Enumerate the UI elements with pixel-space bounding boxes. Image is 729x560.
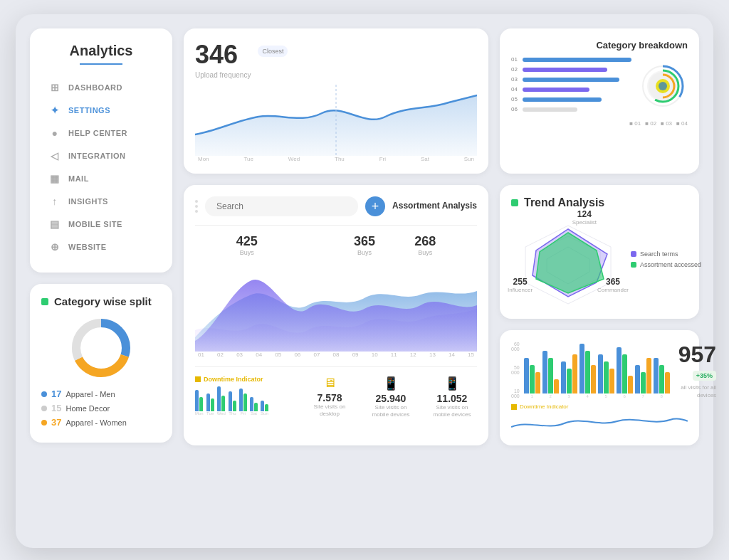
- breakdown-content: 01 02 03 04: [511, 56, 688, 116]
- sidebar-item-settings[interactable]: ✦ SETTINGS: [41, 99, 161, 122]
- dashboard-grid: Analytics ⊞ DASHBOARD✦ SETTINGS● HELP CE…: [30, 28, 699, 445]
- sidebar-item-label: SETTINGS: [68, 106, 110, 115]
- donut-small: [638, 61, 688, 111]
- bar-row: 03: [511, 76, 632, 83]
- donut-chart: [69, 316, 133, 380]
- line-chart-card: 346 Upload frequency Closest MonTueWedTh…: [184, 28, 488, 174]
- category-split-label: Category wise split: [54, 295, 152, 307]
- trend-content: 124 Specialist 255 Influencer 365 Comman…: [511, 215, 688, 307]
- stats-row: Downtime Indicator Mon: [195, 366, 477, 419]
- search-input[interactable]: [205, 196, 358, 216]
- settings-icon: ✦: [48, 105, 61, 116]
- line-chart-x-labels: MonTueWedThuFriSatSun: [195, 156, 477, 162]
- breakdown-bars: 01 02 03 04: [511, 56, 632, 116]
- stat-mobile1: 📱 25.940 Site visits on mobile devices: [366, 376, 416, 419]
- breakdown-legend: ■ 01 ■ 02 ■ 03 ■ 04: [511, 120, 688, 127]
- stat-desktop: 🖥 7.578 Site visits on desktop: [305, 376, 355, 418]
- category-split-card: Category wise split 17 Apparel - Men: [30, 284, 172, 443]
- area-chart: [195, 259, 477, 352]
- line-chart-svg: [195, 85, 477, 156]
- category-breakdown-card: Category breakdown 01 02 03: [500, 28, 699, 174]
- area-chart-svg: [195, 259, 477, 352]
- sidebar-item-label: MAIL: [68, 174, 89, 183]
- sidebar-item-dashboard[interactable]: ⊞ DASHBOARD: [41, 76, 161, 99]
- search-divider: [195, 225, 477, 226]
- sidebar-item-website[interactable]: ⊕ WEBSITE: [41, 236, 161, 258]
- assortment-card: + Assortment Analysis 425 Buys 365 Buys …: [184, 185, 488, 445]
- sidebar-divider: [80, 63, 122, 65]
- trend-analysis-card: Trend Analysis 124 Specialist 255 Influe…: [500, 185, 699, 319]
- donut-container: [41, 316, 161, 380]
- sidebar-item-mail[interactable]: ▦ MAIL: [41, 167, 161, 190]
- bar-row: 01: [511, 56, 632, 63]
- help-icon: ●: [48, 127, 61, 139]
- bar-chart-card: 60 000 50 000 10 000: [500, 330, 699, 445]
- radar-chart-wrap: 124 Specialist 255 Influencer 365 Comman…: [511, 215, 625, 307]
- legend-search-terms: Search terms: [631, 250, 702, 258]
- sidebar-item-insights[interactable]: ↑ INSIGHTS: [41, 190, 161, 213]
- bar-card-content: 60 000 50 000 10 000: [511, 342, 688, 399]
- bar-row: 06: [511, 106, 632, 112]
- mail-icon: ▦: [48, 173, 61, 184]
- bar-row: 02: [511, 66, 632, 73]
- area-x-labels: 010203040506 070809101112 131415: [195, 352, 477, 358]
- radar-svg: [511, 215, 625, 307]
- legend-item: 15 Home Decor: [41, 403, 161, 413]
- category-dot: [41, 298, 48, 305]
- sidebar-item-label: INTEGRATION: [68, 152, 125, 160]
- mini-wave-chart: [511, 413, 688, 434]
- legend-assortment-accessed: Assortment accessed: [631, 261, 702, 268]
- breakdown-title: Category breakdown: [511, 40, 688, 51]
- legend-item: 37 Apparel - Women: [41, 417, 161, 428]
- category-legend: 17 Apparel - Men 15 Home Decor 37 Appare…: [41, 389, 161, 428]
- assortment-title: Assortment Analysis: [392, 201, 477, 212]
- category-split-title: Category wise split: [41, 295, 161, 307]
- mini-bar-chart: Mon Tue: [195, 387, 293, 416]
- drag-handle: [195, 200, 198, 213]
- sidebar-item-mobile[interactable]: ▤ MOBILE SITE: [41, 213, 161, 236]
- bar-row: 04: [511, 86, 632, 93]
- dashboard-icon: ⊞: [48, 82, 61, 93]
- sidebar: Analytics ⊞ DASHBOARD✦ SETTINGS● HELP CE…: [30, 28, 172, 445]
- sidebar-item-label: DASHBOARD: [68, 83, 122, 92]
- big-stat: 957 +35% all visits for all devices: [678, 342, 716, 399]
- desktop-icon: 🖥: [305, 376, 355, 391]
- mobile-icon: 📱: [427, 376, 477, 391]
- grouped-bars: 60 000 50 000 10 000: [511, 342, 670, 398]
- downtime-label: Downtime Indicator: [195, 376, 293, 383]
- insights-icon: ↑: [48, 196, 61, 207]
- sidebar-item-help[interactable]: ● HELP CENTER: [41, 122, 161, 144]
- sidebar-nav-card: Analytics ⊞ DASHBOARD✦ SETTINGS● HELP CE…: [30, 28, 172, 273]
- nav-items-container: ⊞ DASHBOARD✦ SETTINGS● HELP CENTER◁ INTE…: [41, 76, 161, 258]
- tablet-icon: 📱: [366, 376, 416, 391]
- sidebar-title: Analytics: [41, 43, 161, 59]
- sidebar-item-label: MOBILE SITE: [68, 220, 122, 228]
- bar-chart-area: 60 000 50 000 10 000: [511, 342, 670, 398]
- dashboard-container: Analytics ⊞ DASHBOARD✦ SETTINGS● HELP CE…: [16, 14, 713, 548]
- sidebar-item-label: HELP CENTER: [68, 129, 127, 137]
- add-button[interactable]: +: [365, 196, 385, 216]
- bar-row: 05: [511, 96, 632, 102]
- peak-labels: 425 Buys 365 Buys 268 Buys: [195, 234, 477, 256]
- search-row: + Assortment Analysis: [195, 196, 477, 216]
- svg-point-12: [659, 82, 667, 90]
- chart-header: 346 Upload frequency Closest: [195, 40, 477, 79]
- big-number: 346 Upload frequency: [195, 40, 251, 79]
- trend-title: Trend Analysis: [511, 196, 688, 209]
- website-icon: ⊕: [48, 241, 61, 253]
- downtime-section: Downtime Indicator Mon: [195, 376, 293, 416]
- trend-dot: [511, 199, 518, 206]
- stat-mobile2: 📱 11.052 Site visits on mobile devices: [427, 376, 477, 419]
- sidebar-item-label: WEBSITE: [68, 243, 107, 251]
- trend-legend: Search terms Assortment accessed: [631, 250, 702, 272]
- integration-icon: ◁: [48, 150, 61, 162]
- chart-badge: Closest: [258, 46, 288, 57]
- legend-item: 17 Apparel - Men: [41, 389, 161, 399]
- downtime-indicator-label: Downtime Indicator: [511, 403, 688, 410]
- mobile-icon: ▤: [48, 218, 61, 230]
- sidebar-item-integration[interactable]: ◁ INTEGRATION: [41, 144, 161, 167]
- sidebar-item-label: INSIGHTS: [68, 197, 108, 206]
- right-section: Trend Analysis 124 Specialist 255 Influe…: [500, 185, 699, 445]
